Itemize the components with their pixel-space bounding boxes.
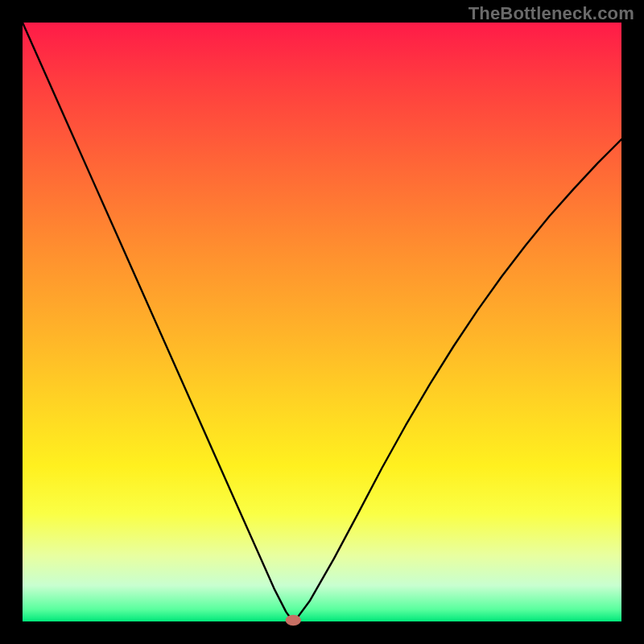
bottleneck-curve [23, 23, 621, 621]
chart-frame: TheBottleneck.com [0, 0, 644, 644]
minimum-marker [286, 615, 301, 625]
watermark-text: TheBottleneck.com [469, 3, 634, 24]
chart-svg [23, 23, 621, 621]
plot-area [23, 23, 621, 621]
